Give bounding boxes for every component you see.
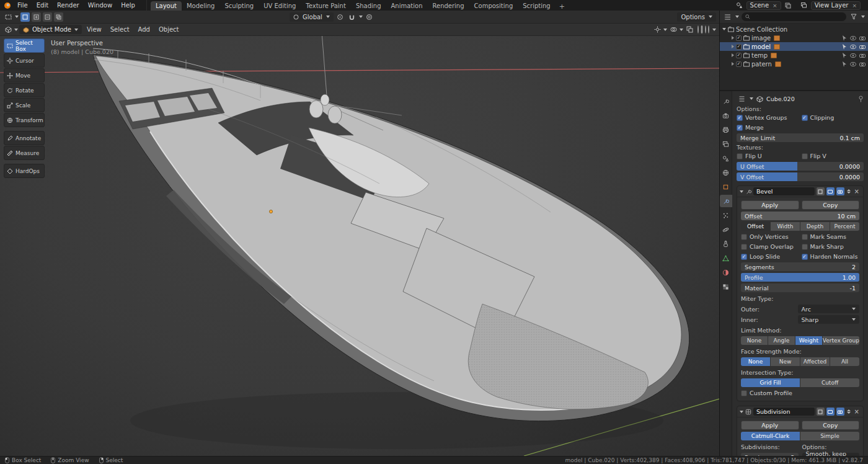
tool-rotate[interactable]: Rotate	[4, 83, 45, 97]
mark-seams-checkbox[interactable]: Mark Seams	[802, 233, 860, 241]
hide-viewport-icon[interactable]	[850, 53, 856, 58]
add-workspace-button[interactable]: +	[556, 2, 569, 11]
hide-viewport-icon[interactable]	[850, 36, 856, 40]
tool-cursor[interactable]: Cursor	[4, 53, 45, 68]
width-type-percent[interactable]: Percent	[830, 222, 859, 231]
disable-render-icon[interactable]	[859, 36, 866, 40]
clamp-overlap-checkbox[interactable]: Clamp Overlap	[741, 243, 799, 251]
bevel-copy-button[interactable]: Copy	[802, 200, 860, 210]
expand-icon[interactable]	[732, 53, 734, 57]
subdivision-apply-button[interactable]: Apply	[741, 421, 799, 430]
flip-v-checkbox[interactable]: Flip V	[802, 152, 864, 160]
v-offset-field[interactable]: V Offset0.0000	[737, 172, 864, 181]
fsm-all[interactable]: All	[830, 357, 859, 366]
render-levels-field[interactable]: Render2	[741, 453, 799, 456]
profile-field[interactable]: Profile1.00	[741, 273, 859, 282]
disable-render-icon[interactable]	[859, 45, 866, 49]
limit-angle[interactable]: Angle	[768, 336, 795, 345]
vertex-groups-checkbox[interactable]: Vertex Groups	[737, 114, 799, 122]
fsm-affected[interactable]: Affected	[800, 357, 830, 366]
harden-normals-checkbox[interactable]: Harden Normals	[802, 252, 860, 261]
clipping-checkbox[interactable]: Clipping	[802, 114, 864, 122]
subdivision-realtime-toggle[interactable]	[826, 408, 835, 416]
unlink-scene-icon[interactable]: ×	[773, 2, 777, 9]
viewport-menu-view[interactable]: View	[83, 26, 105, 33]
scene-selector[interactable]: Scene ×	[746, 1, 781, 10]
properties-tab-physics[interactable]	[720, 223, 732, 236]
flip-u-checkbox[interactable]: Flip U	[737, 152, 799, 160]
subdivision-name-input[interactable]: Subdivision	[753, 408, 815, 416]
fsm-none[interactable]: None	[741, 357, 770, 366]
select-mode-new-button[interactable]	[20, 12, 30, 22]
tool-hardops[interactable]: HardOps	[4, 164, 45, 178]
outliner-editor-type-icon[interactable]	[723, 12, 733, 22]
outliner-row-image[interactable]: image	[720, 33, 868, 42]
workspace-tab-layout[interactable]: Layout	[151, 1, 182, 11]
inner-miter-dropdown[interactable]: Sharp	[798, 315, 860, 324]
properties-tab-texture[interactable]	[720, 280, 732, 293]
expand-icon[interactable]	[722, 28, 726, 30]
bevel-offset-field[interactable]: Offset10 cm	[741, 212, 859, 220]
collapse-icon[interactable]	[740, 411, 743, 413]
outliner-row-patern[interactable]: patern	[720, 60, 868, 68]
xray-toggle-icon[interactable]	[684, 25, 694, 34]
workspace-tab-compositing[interactable]: Compositing	[469, 1, 518, 11]
properties-tab-scene[interactable]	[720, 152, 732, 164]
menu-file[interactable]: File	[14, 2, 32, 9]
intersection-grid-fill[interactable]: Grid Fill	[741, 378, 800, 387]
bevel-name-input[interactable]: Bevel	[753, 187, 815, 195]
limit-vertex-group[interactable]: Vertex Group	[823, 336, 859, 345]
limit-none[interactable]: None	[741, 336, 768, 345]
workspace-tab-animation[interactable]: Animation	[386, 1, 428, 11]
menu-edit[interactable]: Edit	[33, 2, 52, 9]
properties-tab-tool[interactable]	[720, 95, 732, 107]
show-overlays-icon[interactable]	[668, 25, 678, 34]
custom-profile-checkbox[interactable]: Custom Profile	[741, 389, 859, 397]
subdivision-copy-button[interactable]: Copy	[802, 421, 860, 430]
workspace-tab-texture-paint[interactable]: Texture Paint	[301, 1, 351, 11]
outer-miter-dropdown[interactable]: Arc	[798, 305, 860, 313]
menu-help[interactable]: Help	[117, 2, 139, 9]
viewport-menu-object[interactable]: Object	[155, 26, 183, 33]
bevel-modifier-header[interactable]: Bevel ×	[737, 186, 863, 197]
viewport-menu-add[interactable]: Add	[135, 26, 154, 33]
workspace-tab-uv-editing[interactable]: UV Editing	[259, 1, 301, 11]
select-mode-intersect-button[interactable]	[54, 12, 63, 22]
menu-render[interactable]: Render	[53, 2, 83, 9]
outliner-search-input[interactable]	[742, 12, 846, 21]
tool-annotate[interactable]: Annotate	[4, 131, 45, 145]
shading-wireframe-icon[interactable]	[698, 26, 699, 33]
properties-tab-render[interactable]	[720, 109, 732, 122]
bevel-apply-button[interactable]: Apply	[741, 200, 799, 210]
workspace-tab-scripting[interactable]: Scripting	[518, 1, 555, 11]
workspace-tab-rendering[interactable]: Rendering	[427, 1, 469, 11]
width-type-offset[interactable]: Offset	[741, 222, 770, 231]
shading-rendered-icon[interactable]	[708, 26, 709, 33]
subdivision-close-icon[interactable]: ×	[853, 408, 861, 415]
merge-limit-field[interactable]: Merge Limit0.1 cm	[737, 133, 864, 142]
viewport-canvas[interactable]: User Perspective (8) model | Cube.020 Se…	[0, 36, 719, 456]
select-mode-extend-button[interactable]	[32, 12, 41, 22]
options-dropdown[interactable]: Options	[677, 12, 716, 22]
tool-move[interactable]: Move	[4, 68, 45, 83]
properties-tab-output[interactable]	[720, 123, 732, 136]
selectable-icon[interactable]	[842, 61, 847, 67]
properties-tab-modifiers[interactable]	[720, 195, 732, 207]
select-mode-subtract-button[interactable]	[43, 12, 52, 22]
show-gizmo-icon[interactable]	[652, 25, 662, 34]
properties-tab-object-data[interactable]	[720, 252, 732, 264]
bevel-editmode-toggle[interactable]	[817, 187, 825, 195]
editor-type-icon[interactable]	[3, 25, 13, 34]
disable-render-icon[interactable]	[859, 62, 866, 66]
snap-options-caret-icon[interactable]	[359, 16, 363, 18]
bevel-render-toggle[interactable]	[836, 187, 844, 195]
snap-magnet-icon[interactable]	[347, 12, 357, 22]
collection-checkbox[interactable]	[736, 44, 742, 50]
properties-tab-object[interactable]	[720, 181, 732, 193]
algorithm-simple[interactable]: Simple	[800, 432, 859, 440]
tool-measure[interactable]: Measure	[4, 146, 45, 160]
new-scene-icon[interactable]	[783, 1, 793, 10]
fsm-new[interactable]: New	[771, 357, 800, 366]
pin-icon[interactable]	[858, 96, 864, 102]
tool-transform[interactable]: Transform	[4, 113, 45, 127]
